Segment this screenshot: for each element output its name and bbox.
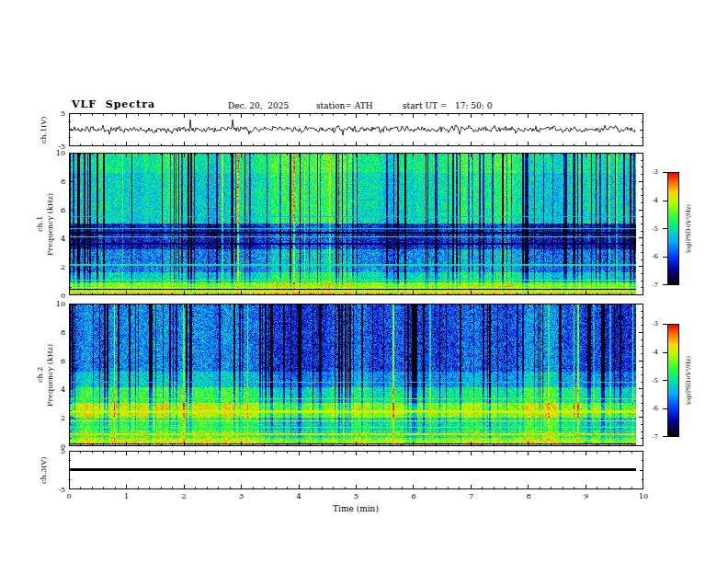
- wave3-y-tick-label-0: 5: [50, 447, 65, 455]
- cb2-tick-label-0: -3: [645, 320, 658, 328]
- wave1-y-tick-label-1: -5: [50, 143, 65, 151]
- spec1-y-tick-label-3: 6: [50, 206, 65, 214]
- ch2-spec-ylabel-channel: ch.2: [35, 304, 44, 446]
- colorbar-2-canvas: [660, 324, 680, 437]
- ch2-spectrogram-canvas: [69, 304, 643, 446]
- cb1-tick-label-2: -5: [645, 225, 658, 234]
- ch1-spectrogram-canvas: [69, 153, 643, 295]
- ch2-spec-ylabel-frequency: Frequency (kHz): [45, 304, 54, 446]
- figure-station: station= ATH: [316, 101, 373, 110]
- x-tick-label-3: 3: [234, 492, 249, 500]
- ch3-wave-ylabel: ch.3(V): [39, 451, 48, 489]
- cb1-tick-label-1: -4: [645, 197, 658, 205]
- wave1-y-tick-label-0: 5: [50, 109, 65, 118]
- cb2-tick-label-1: -4: [645, 349, 658, 357]
- x-tick-label-4: 4: [291, 492, 306, 500]
- x-tick-label-5: 5: [349, 492, 364, 500]
- x-tick-label-6: 6: [406, 492, 421, 500]
- cb1-tick-label-3: -6: [645, 253, 658, 261]
- x-axis-label: Time (min): [310, 504, 402, 513]
- x-tick-label-8: 8: [521, 492, 536, 500]
- figure-title: VLF Spectra: [72, 98, 155, 110]
- colorbar-1-canvas: [660, 172, 680, 285]
- figure-date: Dec. 20, 2025: [228, 101, 289, 110]
- cb1-tick-label-0: -3: [645, 168, 658, 177]
- vlf-spectra-figure: VLF Spectra Dec. 20, 2025 station= ATH s…: [0, 0, 728, 563]
- x-tick-label-9: 9: [579, 492, 594, 500]
- spec1-y-tick-label-0: 0: [50, 292, 65, 300]
- spec2-y-tick-label-2: 4: [50, 385, 65, 394]
- ch3-waveform-canvas: [69, 451, 643, 489]
- x-tick-label-2: 2: [176, 492, 191, 500]
- figure-start-ut: start UT = 17: 50: 0: [403, 101, 492, 110]
- cb2-tick-label-4: -7: [645, 433, 658, 442]
- ch1-spec-ylabel-frequency: Frequency (kHz): [45, 153, 54, 295]
- x-tick-label-7: 7: [464, 492, 479, 500]
- spec1-y-tick-label-1: 2: [50, 263, 65, 271]
- spec2-y-tick-label-5: 10: [50, 300, 65, 308]
- cb1-tick-label-4: -7: [645, 282, 658, 290]
- colorbar-2-label: log(PSD)(V²/Hz): [684, 324, 693, 437]
- spec2-y-tick-label-1: 2: [50, 414, 65, 422]
- colorbar-1-label: log(PSD)(V²/Hz): [684, 172, 693, 285]
- spec1-y-tick-label-2: 4: [50, 235, 65, 243]
- spec2-y-tick-label-3: 6: [50, 357, 65, 365]
- cb2-tick-label-3: -6: [645, 405, 658, 413]
- spec2-y-tick-label-4: 8: [50, 328, 65, 337]
- spec1-y-tick-label-4: 8: [50, 178, 65, 186]
- x-tick-label-10: 10: [636, 492, 651, 500]
- wave3-y-tick-label-1: -5: [50, 486, 65, 494]
- ch1-wave-ylabel: ch.1(V): [39, 113, 48, 146]
- ch1-waveform-canvas: [69, 113, 643, 146]
- cb2-tick-label-2: -5: [645, 377, 658, 385]
- ch1-spec-ylabel-channel: ch.1: [35, 153, 44, 295]
- x-tick-label-1: 1: [119, 492, 134, 500]
